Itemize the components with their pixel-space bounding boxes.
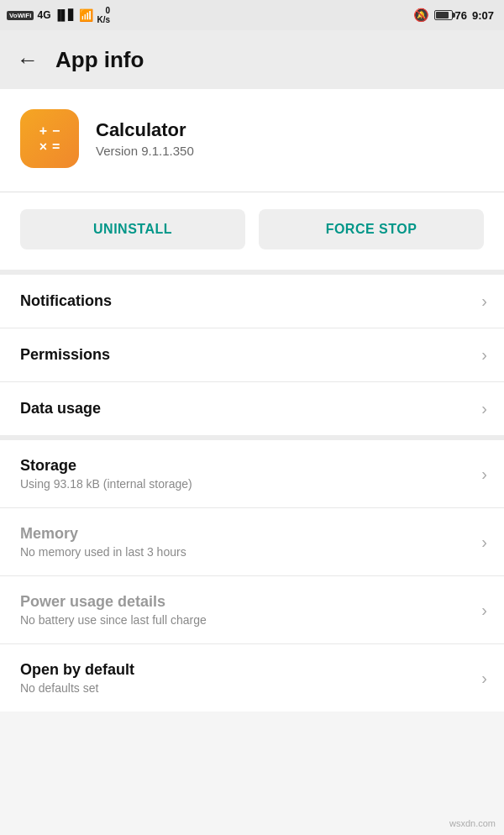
uninstall-button[interactable]: UNINSTALL (20, 209, 245, 249)
equals-icon: = (52, 140, 60, 154)
status-left: VoWiFi 4G ▐▌▋ 📶 0K/s (7, 6, 110, 24)
app-version: Version 9.1.1.350 (96, 144, 194, 158)
calc-icons-bottom: × = (39, 140, 60, 154)
clock: 9:07 (472, 9, 494, 22)
action-buttons: UNINSTALL FORCE STOP (0, 192, 504, 275)
plus-icon: + (39, 124, 47, 138)
open-by-default-subtitle: No defaults set (20, 681, 134, 695)
chevron-right-icon: › (481, 399, 487, 418)
app-card: + − × = Calculator Version 9.1.1.350 (0, 89, 504, 192)
minus-icon: − (52, 124, 60, 138)
app-header: ← App info (0, 30, 504, 89)
memory-label: Memory (20, 525, 186, 543)
times-icon: × (39, 140, 47, 154)
menu-section: Notifications › Permissions › Data usage… (0, 275, 504, 440)
chevron-right-icon: › (481, 601, 487, 620)
data-usage-label: Data usage (20, 400, 101, 418)
app-info-text: Calculator Version 9.1.1.350 (96, 119, 194, 158)
storage-label: Storage (20, 457, 192, 475)
permissions-item[interactable]: Permissions › (0, 328, 504, 382)
calc-icons-top: + − (39, 124, 60, 138)
bell-icon: 🔕 (413, 8, 429, 23)
chevron-right-icon: › (481, 465, 487, 484)
chevron-right-icon: › (481, 291, 487, 311)
signal-strength: 4G (37, 9, 50, 21)
notifications-item[interactable]: Notifications › (0, 275, 504, 328)
open-by-default-label: Open by default (20, 661, 134, 679)
chevron-right-icon: › (481, 345, 487, 365)
open-by-default-item[interactable]: Open by default No defaults set › (0, 644, 504, 712)
status-bar: VoWiFi 4G ▐▌▋ 📶 0K/s 🔕 76 9:07 (0, 0, 504, 30)
page-title: App info (55, 47, 144, 73)
vowifi-indicator: VoWiFi (7, 11, 34, 20)
app-name: Calculator (96, 119, 194, 141)
battery-fill (436, 12, 449, 18)
memory-item[interactable]: Memory No memory used in last 3 hours › (0, 508, 504, 576)
notifications-label: Notifications (20, 292, 112, 310)
wifi-icon: 📶 (79, 8, 93, 22)
power-usage-label: Power usage details (20, 593, 207, 611)
power-usage-item[interactable]: Power usage details No battery use since… (0, 576, 504, 644)
memory-subtitle: No memory used in last 3 hours (20, 545, 186, 559)
storage-section: Storage Using 93.18 kB (internal storage… (0, 440, 504, 712)
data-rate: 0K/s (97, 6, 110, 24)
back-button[interactable]: ← (17, 49, 39, 71)
battery-indicator: 76 (434, 9, 467, 22)
watermark: wsxdn.com (449, 818, 496, 828)
power-usage-subtitle: No battery use since last full charge (20, 613, 207, 627)
app-icon: + − × = (20, 109, 79, 168)
signal-bars-icon: ▐▌▋ (54, 9, 76, 21)
storage-item[interactable]: Storage Using 93.18 kB (internal storage… (0, 440, 504, 508)
permissions-label: Permissions (20, 346, 110, 364)
chevron-right-icon: › (481, 669, 487, 688)
battery-bar (434, 10, 453, 20)
storage-subtitle: Using 93.18 kB (internal storage) (20, 477, 192, 491)
battery-percent: 76 (455, 9, 467, 22)
status-right: 🔕 76 9:07 (413, 8, 495, 23)
force-stop-button[interactable]: FORCE STOP (259, 209, 484, 249)
data-usage-item[interactable]: Data usage › (0, 382, 504, 435)
chevron-right-icon: › (481, 533, 487, 552)
